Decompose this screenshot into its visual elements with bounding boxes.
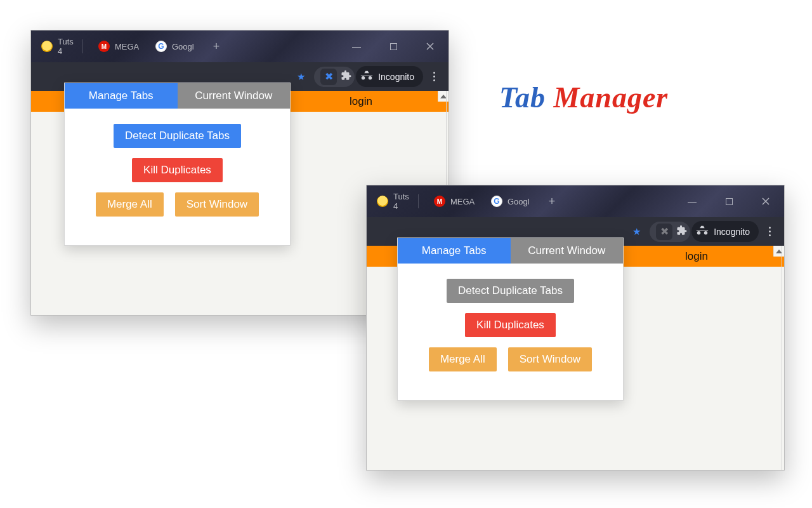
tab-manage-tabs[interactable]: Manage Tabs [398,238,511,264]
tab-current-window[interactable]: Current Window [511,238,624,264]
tab-label: Tuts 4 [58,37,75,56]
maximize-button[interactable] [710,185,747,217]
login-link[interactable]: login [685,250,708,263]
close-icon [426,43,434,50]
brand-word-2: Manager [553,81,668,114]
tab-strip: Tuts 4 M MEGA G Googl + — [367,185,784,217]
browser-tab-mega[interactable]: M MEGA [91,36,148,57]
extension-popup: Manage Tabs Current Window Detect Duplic… [397,237,624,401]
incognito-label: Incognito [714,227,750,237]
tabmanager-extension-button[interactable]: ✖ [656,224,672,240]
smiley-icon [41,41,53,52]
minimize-button[interactable]: — [338,30,375,62]
mega-icon: M [434,196,445,207]
browser-window-2: Tuts 4 M MEGA G Googl + — [366,185,785,471]
star-icon: ★ [632,226,641,237]
extension-x-icon: ✖ [660,225,669,237]
scrollbar-track[interactable] [782,246,782,470]
tab-label: Googl [172,42,194,51]
bookmark-star-button[interactable]: ★ [624,222,648,241]
bookmark-star-button[interactable]: ★ [289,67,313,86]
google-icon: G [155,41,167,52]
tab-current-window[interactable]: Current Window [178,83,291,109]
detect-duplicates-button[interactable]: Detect Duplicate Tabs [114,124,241,148]
tab-label: MEGA [115,42,139,51]
incognito-indicator[interactable]: Incognito [356,66,423,87]
merge-all-button[interactable]: Merge All [96,192,164,217]
tab-strip: Tuts 4 M MEGA G Googl + — [31,30,449,62]
tabmanager-extension-button[interactable]: ✖ [320,69,337,85]
popup-tabs: Manage Tabs Current Window [65,83,290,109]
detect-duplicates-button[interactable]: Detect Duplicate Tabs [447,279,574,303]
puzzle-icon [676,225,688,236]
incognito-indicator[interactable]: Incognito [691,221,759,242]
close-button[interactable] [412,30,449,62]
incognito-icon [360,69,374,84]
smiley-icon [377,196,388,207]
extensions-button[interactable] [341,70,352,84]
kebab-menu-button[interactable] [424,67,443,86]
star-icon: ★ [297,71,305,83]
popup-body: Detect Duplicate Tabs Kill Duplicates Me… [398,264,623,400]
tab-label: MEGA [450,197,475,206]
kebab-menu-button[interactable] [760,222,779,241]
window-controls: — [338,30,449,62]
browser-tab-tuts4[interactable]: Tuts 4 [369,190,426,212]
window-controls: — [674,185,784,217]
login-link[interactable]: login [350,95,372,108]
minimize-button[interactable]: — [674,185,710,217]
tab-manage-tabs[interactable]: Manage Tabs [65,83,178,109]
merge-all-button[interactable]: Merge All [429,347,497,371]
scroll-up-button[interactable] [438,91,449,102]
plus-icon: + [549,195,556,208]
close-icon [762,197,769,205]
extension-pill: ✖ [650,222,690,242]
browser-tab-mega[interactable]: M MEGA [426,190,483,212]
browser-tab-google[interactable]: G Googl [148,36,205,57]
sort-window-button[interactable]: Sort Window [175,192,259,217]
popup-body: Detect Duplicate Tabs Kill Duplicates Me… [65,109,290,245]
popup-tabs: Manage Tabs Current Window [398,238,623,264]
browser-tab-google[interactable]: G Googl [483,190,540,212]
extensions-button[interactable] [676,225,688,239]
minimize-icon: — [688,196,697,206]
tab-label: Googl [508,197,530,206]
minimize-icon: — [352,41,361,51]
google-icon: G [491,196,502,207]
sort-window-button[interactable]: Sort Window [508,347,592,371]
kill-duplicates-button[interactable]: Kill Duplicates [132,158,223,182]
brand-title: Tab Manager [499,81,668,114]
puzzle-icon [341,70,352,81]
extension-popup: Manage Tabs Current Window Detect Duplic… [64,83,291,246]
maximize-button[interactable] [375,30,412,62]
maximize-icon [390,43,397,50]
maximize-icon [726,198,733,205]
scroll-up-button[interactable] [773,246,784,257]
incognito-label: Incognito [378,72,414,82]
incognito-icon [695,224,709,239]
page-content: login Manage Tabs Current Window Detect … [367,246,784,470]
brand-word-1: Tab [499,81,546,114]
new-tab-button[interactable]: + [207,37,225,55]
tab-label: Tuts 4 [393,192,410,211]
close-button[interactable] [747,185,784,217]
kill-duplicates-button[interactable]: Kill Duplicates [465,313,556,337]
new-tab-button[interactable]: + [543,192,561,210]
extension-pill: ✖ [314,67,355,87]
mega-icon: M [98,41,110,52]
extension-x-icon: ✖ [325,70,333,83]
plus-icon: + [213,40,220,53]
browser-tab-tuts4[interactable]: Tuts 4 [34,36,91,57]
